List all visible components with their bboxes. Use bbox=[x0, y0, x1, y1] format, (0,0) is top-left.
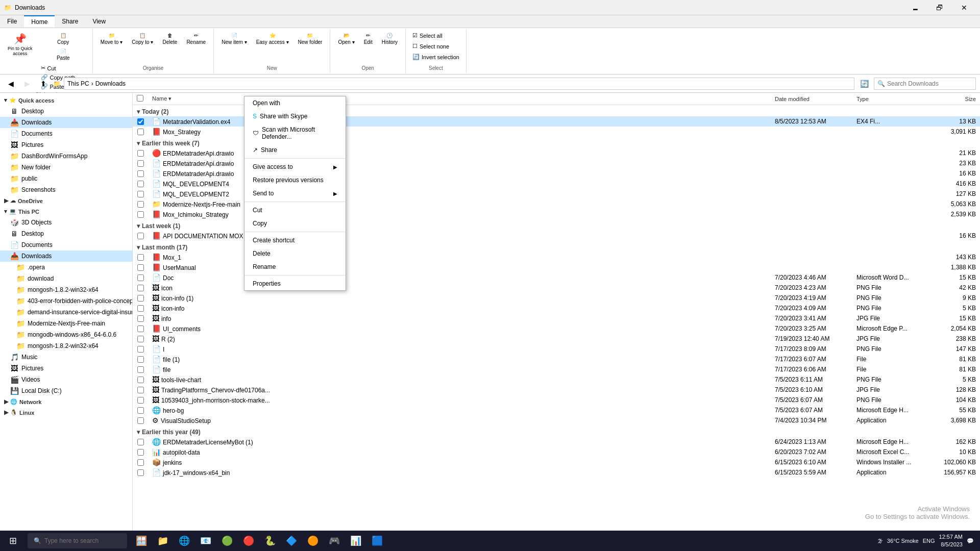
row-check[interactable] bbox=[133, 387, 148, 393]
move-to-button[interactable]: 📁 Move to ▾ bbox=[97, 31, 126, 46]
file-row-hero-bg[interactable]: 🌐hero-bg 7/5/2023 6:07 AM Microsoft Edge… bbox=[133, 405, 980, 415]
maximize-button[interactable]: 🗗 bbox=[928, 0, 951, 15]
sidebar-item-mongosh2[interactable]: 📁 mongosh-1.8.2-win32-x64 bbox=[0, 340, 132, 352]
minimize-button[interactable]: 🗕 bbox=[903, 0, 927, 15]
back-button[interactable]: ◀ bbox=[4, 77, 17, 90]
onedrive-header[interactable]: ▶ ☁ OneDrive bbox=[0, 195, 132, 206]
select-all-button[interactable]: ☑ Select all bbox=[410, 31, 445, 40]
taskbar-search-box[interactable]: 🔍 bbox=[28, 533, 127, 548]
file-row-trading[interactable]: 🖼TradingPlatforms_Chervov-dfe01706a... 7… bbox=[133, 385, 980, 395]
row-check[interactable] bbox=[133, 129, 148, 135]
sidebar-item-dashbord[interactable]: 📁 DashBordWinFormsApp bbox=[0, 151, 132, 162]
notification-icon[interactable]: 💬 bbox=[967, 538, 974, 544]
invert-selection-button[interactable]: 🔄 Invert selection bbox=[410, 53, 462, 61]
file-row-info[interactable]: 🖼info 7/20/2023 3:41 AM JPG File 15 KB bbox=[133, 313, 980, 323]
row-check[interactable] bbox=[133, 170, 148, 177]
easy-access-button[interactable]: ⭐ Easy access ▾ bbox=[253, 31, 292, 46]
search-input[interactable] bbox=[887, 80, 972, 87]
taskbar-start-button[interactable]: ⊞ bbox=[0, 531, 26, 551]
file-row-icon-info[interactable]: 🖼icon-info 7/20/2023 4:09 AM PNG File 5 … bbox=[133, 303, 980, 313]
row-check[interactable] bbox=[133, 274, 148, 281]
address-path[interactable]: This PC › Downloads bbox=[64, 78, 854, 90]
row-check[interactable] bbox=[133, 160, 148, 167]
sidebar-item-local-disk[interactable]: 💾 Local Disk (C:) bbox=[0, 385, 132, 396]
row-check[interactable] bbox=[133, 377, 148, 383]
thispc-header[interactable]: ▾ 💻 This PC bbox=[0, 206, 132, 217]
row-check[interactable] bbox=[133, 150, 148, 157]
taskbar-app-blue[interactable]: 🟦 bbox=[367, 531, 387, 551]
sidebar-item-desktop[interactable]: 🖥 Desktop bbox=[0, 106, 132, 117]
tab-view[interactable]: View bbox=[85, 15, 113, 28]
context-give-access[interactable]: Give access to ▶ bbox=[244, 160, 346, 173]
sidebar-item-mongodb[interactable]: 📁 mongodb-windows-x86_64-6.0.6 bbox=[0, 329, 132, 340]
path-this-pc[interactable]: This PC bbox=[67, 80, 89, 87]
header-size[interactable]: Size bbox=[929, 96, 980, 102]
row-check[interactable] bbox=[133, 211, 148, 218]
open-btn[interactable]: 📂 Open ▾ bbox=[334, 31, 358, 46]
row-check[interactable] bbox=[133, 407, 148, 414]
row-check[interactable] bbox=[133, 264, 148, 271]
new-item-button[interactable]: 📄 New item ▾ bbox=[218, 31, 250, 46]
group-lastweek-arrow[interactable]: ▾ bbox=[137, 222, 140, 230]
file-row-r2[interactable]: 🖼R (2) 7/19/2023 12:40 AM JPG File 238 K… bbox=[133, 334, 980, 344]
sidebar-item-403[interactable]: 📁 403-error-forbidden-with-police-concep… bbox=[0, 295, 132, 307]
taskbar-search-input[interactable] bbox=[44, 537, 121, 544]
network-header[interactable]: ▶ 🌐 Network bbox=[0, 396, 132, 407]
sidebar-item-public[interactable]: 📁 public bbox=[0, 173, 132, 184]
header-type[interactable]: Type bbox=[852, 96, 929, 102]
taskbar-app-mail[interactable]: 📧 bbox=[195, 531, 216, 551]
close-button[interactable]: ✕ bbox=[952, 0, 976, 15]
group-earlier-year-arrow[interactable]: ▾ bbox=[137, 429, 140, 436]
rename-button[interactable]: ✏ Rename bbox=[183, 31, 209, 46]
paste-button[interactable]: 📄 Paste bbox=[38, 47, 88, 62]
edit-btn[interactable]: ✏ Edit bbox=[360, 31, 376, 46]
row-check[interactable] bbox=[133, 201, 148, 208]
row-check[interactable] bbox=[133, 469, 148, 476]
context-properties[interactable]: Properties bbox=[244, 277, 346, 290]
file-row-autopilot[interactable]: 📊autopilot-data 6/20/2023 7:02 AM Micros… bbox=[133, 447, 980, 457]
row-check[interactable] bbox=[133, 459, 148, 466]
file-row-I[interactable]: 📄I 7/17/2023 8:09 AM PNG File 147 KB bbox=[133, 344, 980, 354]
row-check[interactable] bbox=[133, 346, 148, 353]
taskbar-app-python[interactable]: 🐍 bbox=[260, 531, 280, 551]
sidebar-item-3dobjects[interactable]: 🎲 3D Objects bbox=[0, 217, 132, 228]
pin-quick-access-button[interactable]: 📌 Pin to Quickaccess bbox=[4, 31, 36, 58]
file-row-jdk[interactable]: 📄jdk-17_windows-x64_bin 6/15/2023 5:59 A… bbox=[133, 467, 980, 478]
search-box[interactable]: 🔍 bbox=[874, 78, 976, 90]
file-row-jenkins[interactable]: 📦jenkins 6/15/2023 6:10 AM Windows Insta… bbox=[133, 457, 980, 467]
row-check[interactable] bbox=[133, 254, 148, 261]
sidebar-item-modernize[interactable]: 📁 Modernize-Nextjs-Free-main bbox=[0, 318, 132, 329]
file-row-ui-comments[interactable]: 📕UI_comments 7/20/2023 3:25 AM Microsoft… bbox=[133, 323, 980, 334]
sidebar-item-downloads[interactable]: 📥 Downloads bbox=[0, 117, 132, 128]
context-send-to[interactable]: Send to ▶ bbox=[244, 187, 346, 200]
taskbar-app-red[interactable]: 🔴 bbox=[238, 531, 259, 551]
sidebar-item-screenshots[interactable]: 📁 Screenshots bbox=[0, 184, 132, 195]
row-check[interactable] bbox=[133, 417, 148, 424]
sidebar-item-mongosh[interactable]: 📁 mongosh-1.8.2-win32-x64 bbox=[0, 284, 132, 295]
copy-to-button[interactable]: 📋 Copy to ▾ bbox=[128, 31, 157, 46]
sidebar-item-documents[interactable]: 📄 Documents bbox=[0, 128, 132, 139]
row-check[interactable] bbox=[133, 181, 148, 187]
group-lastmonth-arrow[interactable]: ▾ bbox=[137, 244, 140, 251]
row-check[interactable] bbox=[133, 439, 148, 445]
forward-button[interactable]: ▶ bbox=[20, 77, 34, 90]
sidebar-item-newfolder[interactable]: 📁 New folder bbox=[0, 162, 132, 173]
select-all-checkbox[interactable] bbox=[137, 95, 143, 102]
context-rename[interactable]: Rename bbox=[244, 260, 346, 273]
row-check[interactable] bbox=[133, 315, 148, 322]
taskbar-app-vscode[interactable]: 🔷 bbox=[281, 531, 302, 551]
row-check[interactable] bbox=[133, 118, 148, 125]
row-check[interactable] bbox=[133, 356, 148, 363]
refresh-button[interactable]: 🔄 bbox=[857, 77, 871, 90]
quick-access-header[interactable]: ▾ ⭐ Quick access bbox=[0, 95, 132, 106]
context-create-shortcut[interactable]: Create shortcut bbox=[244, 234, 346, 247]
sidebar-item-music[interactable]: 🎵 Music bbox=[0, 352, 132, 363]
taskbar-app-chrome[interactable]: 🟢 bbox=[217, 531, 237, 551]
sidebar-item-videos[interactable]: 🎬 Videos bbox=[0, 374, 132, 385]
row-check[interactable] bbox=[133, 336, 148, 342]
context-share[interactable]: ↗ Share bbox=[244, 143, 346, 157]
context-open-with[interactable]: Open with bbox=[244, 96, 346, 110]
new-folder-button[interactable]: 📁 New folder bbox=[295, 31, 326, 46]
header-check[interactable] bbox=[133, 95, 148, 103]
row-check[interactable] bbox=[133, 449, 148, 456]
